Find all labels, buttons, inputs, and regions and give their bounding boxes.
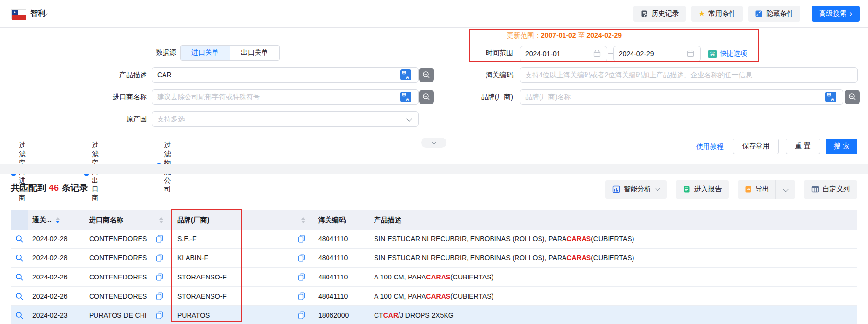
row-detail-search-icon[interactable] [15, 235, 23, 243]
results-count: 共匹配到46条记录 [11, 182, 88, 194]
tutorial-link[interactable]: 使用教程 [696, 142, 724, 151]
copy-icon[interactable] [156, 311, 163, 319]
desc-text: (CUBIERTAS) [450, 273, 493, 281]
update-range-label: 更新范围： [507, 31, 541, 39]
header-cell-importer[interactable]: 进口商名称 [82, 210, 169, 230]
header-cell-brand[interactable]: 品牌(厂商) [169, 210, 310, 230]
history-label: 历史记录 [652, 9, 679, 18]
copy-icon[interactable] [298, 254, 305, 262]
translate-icon[interactable]: A [400, 69, 411, 80]
header-cell-date[interactable]: 通关... [28, 210, 82, 230]
exclude-search-button[interactable] [419, 68, 434, 82]
row-detail-search-icon[interactable] [15, 273, 23, 281]
row-detail-search-icon[interactable] [15, 254, 23, 262]
importer-input[interactable] [152, 89, 419, 105]
history-button[interactable]: 历史记录 [633, 6, 686, 22]
cell-clearance-date: 2024-02-26 [28, 268, 82, 286]
copy-icon[interactable] [156, 292, 163, 300]
table-row[interactable]: 2024-02-28 CONTENEDORES KLABIN-F 4804111 [11, 249, 857, 268]
save-conditions-button[interactable]: 保存常用 [733, 139, 779, 154]
row-detail-search-icon[interactable] [15, 292, 23, 301]
customize-columns-button[interactable]: 自定义列 [804, 180, 857, 199]
sort-carets[interactable] [159, 217, 163, 223]
cell-importer-name: CONTENEDORES [89, 254, 147, 262]
reset-button[interactable]: 重 置 [786, 139, 820, 154]
hide-conditions-label: 隐藏条件 [766, 9, 794, 18]
desc-highlight: CAR [383, 311, 398, 319]
copy-icon[interactable] [156, 273, 163, 281]
desc-text: SIN ESTUCAR NI RECUBRIR, ENBOBINAS (ROLL… [374, 254, 566, 262]
cell-brand: STORAENSO-F [177, 273, 227, 281]
origin-select[interactable] [152, 111, 419, 127]
copy-icon[interactable] [156, 235, 163, 243]
copy-icon[interactable] [156, 254, 163, 262]
cell-clearance-date: 2024-02-23 [28, 306, 82, 324]
cell-brand: KLABIN-F [177, 254, 208, 262]
desc-text: A 100 CM, PARA [374, 292, 426, 300]
export-label: 导出 [755, 185, 769, 194]
analysis-icon [612, 185, 620, 193]
advanced-search-button[interactable]: 高级搜索 › [812, 6, 860, 22]
cell-brand: S.E.-F [177, 235, 197, 243]
copy-icon[interactable] [298, 235, 305, 243]
cell-brand: STORAENSO-F [177, 292, 227, 300]
topbar-actions: 历史记录 ★ 常用条件 隐藏条件 高级搜索 › [633, 6, 860, 22]
cell-importer-name: CONTENEDORES [89, 273, 147, 281]
desc-highlight: CARAS [566, 235, 591, 243]
divider [806, 9, 806, 19]
enter-report-label: 进入报告 [694, 185, 722, 194]
cell-hs-code: 48041110 [310, 249, 366, 267]
sort-carets[interactable] [301, 217, 305, 223]
cell-clearance-date: 2024-02-28 [28, 249, 82, 267]
collapse-panel-button[interactable] [421, 138, 446, 148]
calendar-icon[interactable] [593, 50, 601, 57]
enter-report-button[interactable]: 进入报告 [676, 180, 729, 199]
copy-icon[interactable] [298, 311, 305, 319]
favorites-button[interactable]: ★ 常用条件 [691, 6, 743, 22]
exclude-search-button[interactable] [845, 90, 860, 104]
exclude-search-button[interactable] [419, 90, 434, 104]
desc-highlight: CARAS [566, 254, 591, 262]
translate-icon[interactable]: A [825, 92, 836, 102]
table-row[interactable]: 2024-02-26 CONTENEDORES STORAENSO-F 4804 [11, 268, 857, 287]
ai-analysis-button[interactable]: 智能分析 [605, 180, 667, 199]
collapse-icon [755, 10, 763, 18]
cell-importer-name: CONTENEDORES [89, 235, 147, 243]
cell-product-desc: A 100 CM, PARA CARAS (CUBIERTAS) [366, 287, 857, 305]
desc-highlight: CARAS [426, 273, 450, 281]
chile-flag-icon: ★ [11, 9, 26, 19]
history-icon [640, 10, 648, 18]
export-options-button[interactable] [775, 180, 795, 199]
sort-carets[interactable] [56, 217, 60, 223]
hide-conditions-button[interactable]: 隐藏条件 [748, 6, 800, 22]
calendar-icon[interactable] [687, 50, 694, 57]
cell-hs-code: 48041110 [310, 230, 366, 248]
export-button[interactable]: 导出 [738, 180, 775, 199]
advanced-search-label: 高级搜索 [819, 9, 846, 18]
quick-options-link[interactable]: 快捷选项 [720, 49, 747, 58]
update-range-text: 更新范围：2007-01-02 至 2024-02-29 [507, 31, 622, 40]
brand-input[interactable] [520, 89, 843, 105]
update-range-to: 2024-02-29 [586, 31, 622, 39]
cell-clearance-date: 2024-02-26 [28, 287, 82, 305]
translate-icon[interactable]: A [400, 92, 411, 102]
table-row[interactable]: 2024-02-26 CONTENEDORES STORAENSO-F 4804 [11, 287, 857, 306]
count-number: 46 [46, 183, 62, 193]
table-row[interactable]: 2024-02-28 CONTENEDORES S.E.-F 48041110 [11, 230, 857, 249]
product-desc-input[interactable] [152, 67, 419, 83]
table-row[interactable]: 2024-02-23 PURATOS DE CHI PURATOS 180620 [11, 306, 857, 324]
svg-text:A: A [406, 96, 409, 102]
exclude-search-icon [848, 93, 857, 101]
row-detail-search-icon[interactable] [15, 311, 23, 320]
copy-icon[interactable] [298, 273, 305, 281]
copy-icon[interactable] [298, 292, 305, 300]
hs-code-input[interactable] [520, 67, 858, 83]
top-bar: ★ 智利 历史记录 ★ 常用条件 隐藏条件 高级搜索 › [0, 0, 868, 28]
search-button[interactable]: 搜 索 [826, 139, 857, 154]
origin-label: 原产国 [122, 115, 147, 124]
tab-export-declarations[interactable]: 出口关单 [230, 46, 279, 60]
header-cell-product-desc: 产品描述 [366, 210, 857, 230]
tab-import-declarations[interactable]: 进口关单 [181, 46, 230, 60]
export-button-group: 导出 [738, 180, 795, 199]
desc-text: (CUBIERTAS) [591, 254, 634, 262]
